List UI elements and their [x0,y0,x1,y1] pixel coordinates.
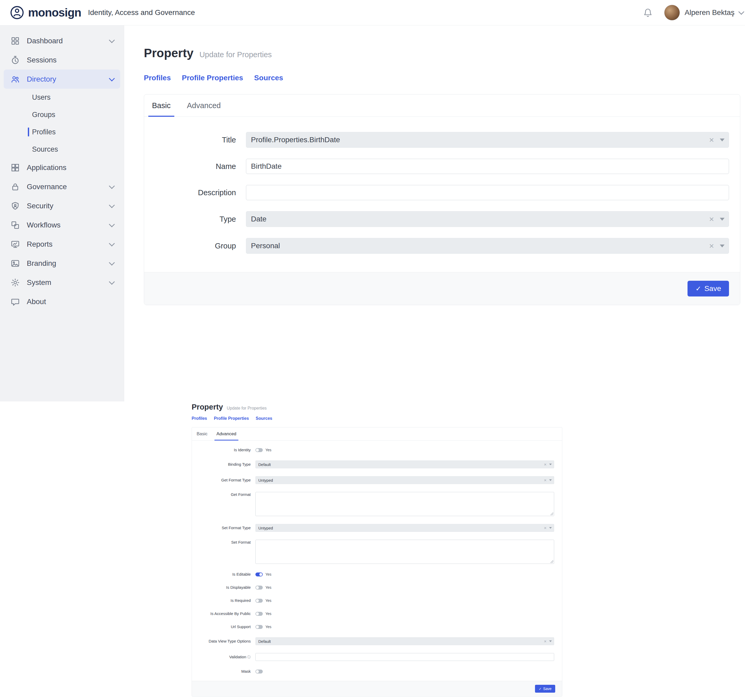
form-row-is-displayable: Is Displayable Yes [192,585,554,590]
sidebar-item-governance[interactable]: Governance [4,177,120,196]
directory-icon [10,75,20,84]
get-format-type-select[interactable]: Untyped × [256,476,554,484]
nav-link-profiles[interactable]: Profiles [144,74,171,82]
form-row-is-required: Is Required Yes [192,598,554,603]
form-row-get-format-type: Get Format Type Untyped × [192,476,554,484]
clear-icon[interactable]: × [544,526,546,530]
sidebar-item-about[interactable]: About [4,292,120,311]
user-avatar[interactable] [664,5,680,21]
app-header: monosign Identity, Access and Governance… [0,0,745,25]
form-row-name: Name [144,159,729,174]
select-value: Untyped [258,526,544,530]
form-row-is-accessible-by-public: Is Accessible By Public Yes [192,611,554,616]
sidebar-item-reports[interactable]: Reports [4,234,120,254]
sidebar-item-directory[interactable]: Directory [4,70,120,89]
clear-icon[interactable]: × [544,639,546,643]
sidebar-item-system[interactable]: System [4,273,120,292]
clear-icon[interactable]: × [544,478,546,482]
nav-link-sources[interactable]: Sources [254,74,283,82]
name-input[interactable] [246,159,729,174]
brand-logo[interactable]: monosign Identity, Access and Governance [10,5,195,20]
advanced-form: Is Identity Yes Binding Type Default × [192,440,562,681]
page-nav-links: Profiles Profile Properties Sources [144,74,740,82]
is-editable-toggle[interactable] [256,573,263,576]
caret-down-icon [549,527,552,529]
field-label: Is Displayable [192,585,256,590]
sidebar-item-workflows[interactable]: Workflows [4,215,120,234]
sidebar-item-label: Governance [27,183,67,191]
form-row-group: Group Personal × [144,238,729,254]
field-label: Is Accessible By Public [192,611,256,616]
sidebar-item-groups[interactable]: Groups [0,106,124,123]
is-accessible-by-public-toggle[interactable] [256,612,263,616]
field-label: Description [144,188,246,197]
set-format-type-select[interactable]: Untyped × [256,524,554,532]
caret-down-icon [549,479,552,481]
user-name[interactable]: Alperen Bektaş [685,8,735,17]
is-displayable-toggle[interactable] [256,586,263,590]
sidebar-subitem-label: Users [32,93,51,101]
field-label: Set Format [192,540,256,545]
set-format-textarea[interactable] [256,540,554,564]
nav-link-profiles[interactable]: Profiles [191,416,207,421]
field-label: Type [144,215,246,224]
tab-advanced[interactable]: Advanced [183,94,224,117]
title-select[interactable]: Profile.Properties.BirthDate × [246,132,729,148]
form-row-set-format-type: Set Format Type Untyped × [192,524,554,532]
nav-link-profile-properties[interactable]: Profile Properties [214,416,249,421]
clear-icon[interactable]: × [709,215,714,223]
clear-icon[interactable]: × [709,242,714,250]
sidebar-item-label: Workflows [27,221,61,229]
sidebar-item-label: Directory [27,75,56,84]
type-select[interactable]: Date × [246,211,729,227]
sidebar-item-branding[interactable]: Branding [4,254,120,273]
chevron-down-icon [109,279,115,285]
sidebar-item-dashboard[interactable]: Dashboard [4,31,120,51]
chat-icon [10,297,20,306]
notifications-bell-icon[interactable] [643,8,652,17]
chevron-down-icon[interactable] [738,9,745,15]
clear-icon[interactable]: × [544,462,546,467]
sidebar-item-label: Applications [27,163,66,172]
sidebar-item-label: System [27,278,51,287]
mask-toggle[interactable] [256,670,263,673]
field-label: Is Editable [192,572,256,577]
save-button[interactable]: ✓ Save [688,281,729,297]
sidebar-item-users[interactable]: Users [0,89,124,106]
is-required-toggle[interactable] [256,599,263,603]
tab-basic[interactable]: Basic [148,94,174,117]
get-format-textarea[interactable] [256,492,554,516]
page-title: Property [191,403,223,411]
form-row-set-format: Set Format [192,540,554,564]
clear-icon[interactable]: × [709,136,714,144]
data-view-type-options-select[interactable]: Default × [256,637,554,645]
tab-basic[interactable]: Basic [194,427,210,440]
group-select[interactable]: Personal × [246,238,729,254]
select-value: Untyped [258,478,544,482]
sidebar-item-label: Dashboard [27,37,63,45]
applications-icon [10,163,20,172]
save-button-label: Save [704,284,721,293]
sidebar-item-sources[interactable]: Sources [0,140,124,158]
sidebar-item-applications[interactable]: Applications [4,158,120,177]
toggle-label: Yes [265,448,271,452]
sidebar-item-label: Sessions [27,56,57,64]
is-identity-toggle[interactable] [256,448,263,452]
nav-link-profile-properties[interactable]: Profile Properties [182,74,243,82]
field-label: Get Format Type [192,478,256,483]
validation-input[interactable] [256,653,554,661]
page-head: Property Update for Properties [144,46,740,60]
sidebar-item-security[interactable]: Security [4,196,120,215]
binding-type-select[interactable]: Default × [256,460,554,468]
form-row-validation: Validationⓘ [192,653,554,661]
url-support-toggle[interactable] [256,625,263,629]
check-icon: ✓ [539,687,542,691]
sidebar-item-sessions[interactable]: Sessions [4,51,120,70]
sidebar-item-label: About [27,297,46,306]
description-input[interactable] [246,185,729,200]
tab-advanced[interactable]: Advanced [214,427,239,440]
nav-link-sources[interactable]: Sources [256,416,272,421]
page-title: Property [144,46,193,60]
save-button[interactable]: ✓ Save [535,685,555,693]
sidebar-item-profiles[interactable]: Profiles [0,123,124,140]
